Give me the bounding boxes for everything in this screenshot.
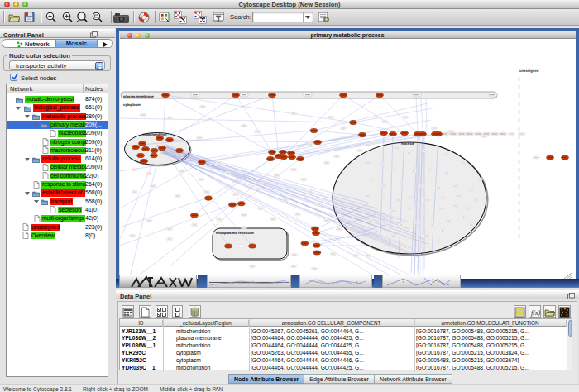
svg-text:f(x): f(x) bbox=[531, 309, 540, 317]
svg-text:plasma membrane: plasma membrane bbox=[123, 94, 154, 98]
svg-text:cytoplasm: cytoplasm bbox=[123, 103, 141, 107]
svg-text:nucleus: nucleus bbox=[401, 141, 414, 146]
svg-text:endoplasmic reticulum: endoplasmic reticulum bbox=[216, 231, 254, 235]
svg-text:unassigned: unassigned bbox=[519, 69, 539, 73]
